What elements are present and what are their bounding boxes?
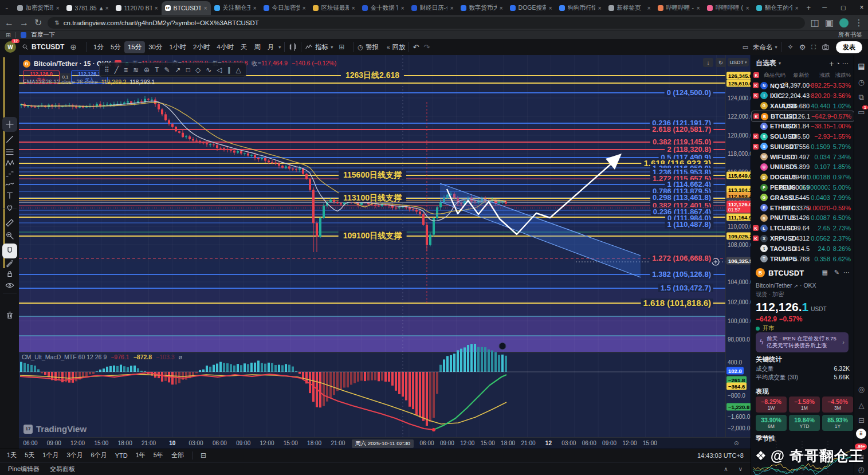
browser-tab[interactable]: 加密货币现货× [14, 1, 63, 15]
scroll-to-latest-icon[interactable]: ↓ [703, 58, 713, 67]
collapse-down-icon[interactable]: ∨ [739, 466, 743, 472]
watchlist-row-XAUUSD[interactable]: GXAUUSD•4,016.68040.4401.02% [751, 101, 853, 111]
symbol-search-button[interactable]: BTCUSDT [22, 43, 64, 51]
timeframe-menu-icon[interactable]: ▾ [278, 45, 281, 50]
range-全部[interactable]: 全部 [171, 451, 184, 460]
layout-menu-icon[interactable]: ▾ [775, 45, 777, 50]
go-to-date-icon[interactable]: ⊟ [201, 452, 206, 460]
favorite-tool-icon-11[interactable]: ◁ [217, 66, 222, 74]
watchlist-row-ETHUSDT[interactable]: EETHUSDT3,781.84−38.15−1.00% [751, 121, 853, 131]
favorite-tool-icon-13[interactable]: △ [235, 66, 241, 74]
history-rail-icon[interactable]: ◴ [854, 465, 868, 474]
axis-settings-icon[interactable]: ⊙ [734, 440, 739, 446]
tab-close-icon[interactable]: × [450, 5, 454, 11]
panel-tab-交易面板[interactable]: 交易面板 [50, 465, 75, 473]
detail-edit-icon[interactable]: ✎ [834, 269, 839, 276]
tab-close-icon[interactable]: × [549, 5, 552, 11]
back-icon[interactable]: ← [5, 18, 14, 28]
remove-drawings-trash-tool[interactable] [2, 308, 17, 323]
watchlist-row-IXIC[interactable]: KIIXIC•22,204.43−820.20−3.56% [751, 91, 853, 101]
tab-close-icon[interactable]: × [500, 5, 503, 11]
timeframe-15分[interactable]: 15分 [124, 41, 145, 53]
tab-close-icon[interactable]: × [155, 5, 158, 11]
browser-tab[interactable]: 金十数据 官方× [359, 1, 408, 15]
watchlist-rail-icon[interactable]: ▤ [854, 62, 868, 70]
range-3个月[interactable]: 3个月 [66, 451, 83, 460]
watchlist-menu-icon[interactable]: ▾ [779, 61, 781, 66]
range-6个月[interactable]: 6个月 [91, 451, 107, 460]
favorite-tool-icon-5[interactable]: T [155, 66, 159, 74]
timeframe-4小时[interactable]: 4小时 [213, 41, 237, 53]
news-arrow-icon[interactable]: › [842, 339, 845, 346]
apps-grid-rail-icon[interactable]: ⠿ [856, 429, 866, 439]
tradingview-logo[interactable]: 17TradingView [23, 424, 87, 434]
timeframe-月[interactable]: 月 [264, 41, 278, 53]
sidebar-icon[interactable]: ▣ [825, 17, 834, 28]
favorite-tool-icon-2[interactable]: ≡ [124, 66, 128, 74]
watchlist-sort-icon[interactable]: ◔ [836, 60, 840, 67]
favorite-tool-icon-0[interactable]: ⠿ [104, 66, 109, 74]
tab-close-icon[interactable]: × [746, 5, 749, 11]
range-1年[interactable]: 1年 [136, 451, 146, 460]
redo-icon[interactable]: ↷ [423, 43, 430, 52]
external-link-icon[interactable]: ↗ [794, 283, 799, 289]
new-tab-button[interactable]: + [802, 3, 816, 12]
timeframe-1分[interactable]: 1分 [90, 41, 107, 53]
extensions-icon[interactable]: ◫ [811, 17, 819, 28]
currency-toggle[interactable]: USDT▾ [728, 58, 749, 66]
calendar-rail-icon[interactable]: ⊟ [854, 416, 868, 425]
publish-button[interactable]: 发表 [836, 41, 862, 53]
timeframe-1小时[interactable]: 1小时 [166, 41, 189, 53]
watchlist-row-PNUTUSDT[interactable]: aPNUTUSDT0.14260.00876.50% [751, 213, 853, 223]
replay-button[interactable]: «回放 [387, 43, 406, 52]
watchlist-row-TAOUSDT[interactable]: τTAOUSDT314.524.08.26% [751, 244, 853, 254]
settings-gear-icon[interactable]: ⚙ [799, 43, 806, 52]
watchlist-row-LTCUSDT[interactable]: KŁLTCUSDT99.642.652.73% [751, 223, 853, 233]
indicators-button[interactable]: 指标▾ [305, 43, 333, 52]
tab-close-icon[interactable]: × [204, 5, 207, 11]
range-1天[interactable]: 1天 [7, 451, 17, 460]
tab-close-icon[interactable]: × [697, 5, 700, 11]
browser-tab[interactable]: 哔哩哔哩 - 排× [654, 1, 704, 15]
ideas-rail-icon[interactable]: △ [854, 401, 868, 410]
watchlist-row-ETHBTC[interactable]: EETHBTC0.03375−0.00020−0.59% [751, 203, 853, 213]
watchlist-row-NQ1![interactable]: KNNQ1!D•24,397.00−892.25−3.53% [751, 80, 853, 91]
favorite-tool-icon-9[interactable]: ◇ [195, 66, 201, 74]
window-restore-button[interactable]: ▢ [834, 5, 853, 11]
hide-drawings-eye-tool[interactable] [2, 278, 17, 293]
favorite-tool-icon-8[interactable]: □ [186, 66, 190, 74]
watchlist-row-SOLUSDT[interactable]: KSSOLUSDT185.50−2.93−1.55% [751, 131, 853, 142]
tab-search-icon[interactable]: ⌄ [0, 5, 14, 10]
timeframe-周[interactable]: 周 [250, 41, 264, 53]
avatar[interactable] [839, 18, 849, 28]
watchlist-row-PEPEUSDT[interactable]: PPEPEUSDT0.00000690.00000035.00% [751, 182, 853, 193]
browser-menu-icon[interactable]: ⋮ [854, 17, 863, 28]
watchlist-title[interactable]: 自选表 [756, 58, 776, 68]
reload-icon[interactable]: ↻ [34, 17, 42, 28]
window-minimize-button[interactable]: ─ [815, 4, 834, 11]
add-symbol-icon[interactable]: ⊕ [70, 42, 77, 52]
favorite-tool-icon-3[interactable]: ≋ [133, 66, 139, 74]
quick-search-icon[interactable]: ✧ [788, 43, 794, 51]
browser-tab[interactable]: 哔哩哔哩 (゜× [704, 1, 753, 15]
forward-icon[interactable]: → [19, 18, 29, 28]
bookmark-item[interactable]: 百度一下 [31, 31, 55, 39]
range-5年[interactable]: 5年 [154, 451, 163, 460]
tab-close-icon[interactable]: × [401, 5, 404, 11]
snapshot-camera-icon[interactable] [822, 43, 830, 51]
timeframe-天[interactable]: 天 [237, 41, 251, 53]
watchlist-more-icon[interactable]: ⋯ [842, 60, 849, 67]
browser-tab[interactable]: 112070 BTC× [112, 1, 162, 15]
chart-style-icon[interactable] [288, 42, 297, 52]
crosshair-tool[interactable] [2, 117, 17, 132]
favorite-tool-icon-7[interactable]: ↗ [175, 66, 181, 74]
timeframe-2小时[interactable]: 2小时 [190, 41, 213, 53]
macd-title[interactable]: CM_Ult_MacD_MTF 60 12 26 9 [22, 354, 107, 360]
fullscreen-icon[interactable]: ⛶ [811, 44, 816, 51]
tab-close-icon[interactable]: × [795, 5, 799, 11]
detail-grid-icon[interactable]: ▦ [822, 269, 828, 276]
browser-tab[interactable]: 关注翻仓王的× [211, 1, 260, 15]
watchlist-row-WIFUSDT[interactable]: WWIFUSDT0.4970.0347.34% [751, 152, 853, 162]
reset-scale-icon[interactable]: ↻ [716, 58, 725, 67]
favorite-tool-icon-4[interactable]: ⊕ [144, 66, 150, 74]
